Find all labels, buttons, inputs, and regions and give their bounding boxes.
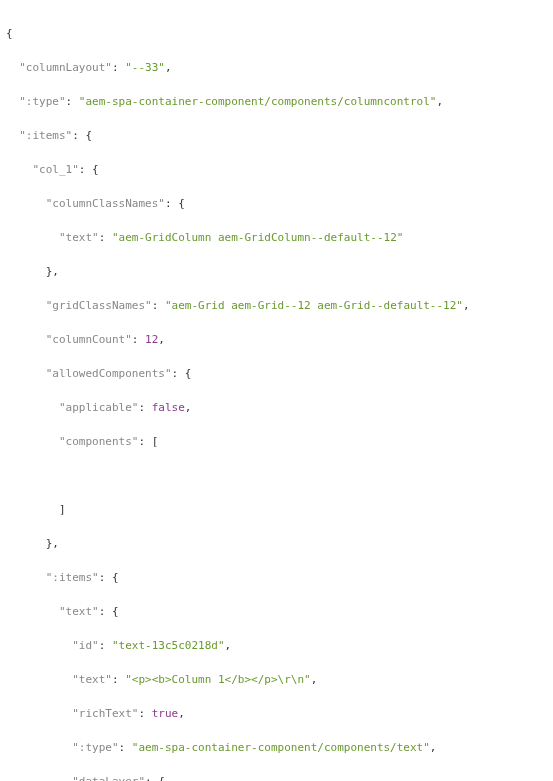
json-key: "text" <box>72 673 112 686</box>
code-line: "dataLayer": { <box>6 773 547 781</box>
json-key: "text" <box>59 605 99 618</box>
code-line: "text": "<p><b>Column 1</b></p>\r\n", <box>6 671 547 688</box>
json-key: "allowedComponents" <box>46 367 172 380</box>
json-key: ":items" <box>19 129 72 142</box>
json-string: "aem-spa-container-component/components/… <box>79 95 437 108</box>
code-line: "richText": true, <box>6 705 547 722</box>
code-line: "components": [ <box>6 433 547 450</box>
json-key: "richText" <box>72 707 138 720</box>
code-line: ":type": "aem-spa-container-component/co… <box>6 739 547 756</box>
code-line <box>6 467 547 484</box>
json-string: "--33" <box>125 61 165 74</box>
code-line: "col_1": { <box>6 161 547 178</box>
code-line: "columnCount": 12, <box>6 331 547 348</box>
json-boolean: true <box>152 707 179 720</box>
json-string: "aem-GridColumn aem-GridColumn--default-… <box>112 231 403 244</box>
json-key: "columnCount" <box>46 333 132 346</box>
code-line: "text": "aem-GridColumn aem-GridColumn--… <box>6 229 547 246</box>
json-code-viewer: { "columnLayout": "--33", ":type": "aem-… <box>0 0 553 781</box>
code-line: "gridClassNames": "aem-Grid aem-Grid--12… <box>6 297 547 314</box>
code-line: ":type": "aem-spa-container-component/co… <box>6 93 547 110</box>
json-key: "columnLayout" <box>19 61 112 74</box>
code-line: "columnClassNames": { <box>6 195 547 212</box>
json-boolean: false <box>152 401 185 414</box>
json-key: "text" <box>59 231 99 244</box>
code-line: ":items": { <box>6 127 547 144</box>
code-line: }, <box>6 535 547 552</box>
code-line: "id": "text-13c5c0218d", <box>6 637 547 654</box>
code-line: ":items": { <box>6 569 547 586</box>
json-key: ":type" <box>19 95 65 108</box>
json-string: "aem-spa-container-component/components/… <box>132 741 430 754</box>
json-key: ":items" <box>46 571 99 584</box>
json-key: "components" <box>59 435 138 448</box>
json-number: 12 <box>145 333 158 346</box>
json-key: "dataLayer" <box>72 775 145 781</box>
json-key: "applicable" <box>59 401 138 414</box>
code-line: ] <box>6 501 547 518</box>
code-line: "columnLayout": "--33", <box>6 59 547 76</box>
json-key: ":type" <box>72 741 118 754</box>
code-line: { <box>6 25 547 42</box>
json-key: "id" <box>72 639 99 652</box>
json-string: "text-13c5c0218d" <box>112 639 225 652</box>
json-key: "gridClassNames" <box>46 299 152 312</box>
code-line: }, <box>6 263 547 280</box>
json-key: "columnClassNames" <box>46 197 165 210</box>
json-string: "aem-Grid aem-Grid--12 aem-Grid--default… <box>165 299 463 312</box>
code-line: "allowedComponents": { <box>6 365 547 382</box>
json-string: "<p><b>Column 1</b></p>\r\n" <box>125 673 310 686</box>
json-key: "col_1" <box>33 163 79 176</box>
code-line: "applicable": false, <box>6 399 547 416</box>
code-line: "text": { <box>6 603 547 620</box>
